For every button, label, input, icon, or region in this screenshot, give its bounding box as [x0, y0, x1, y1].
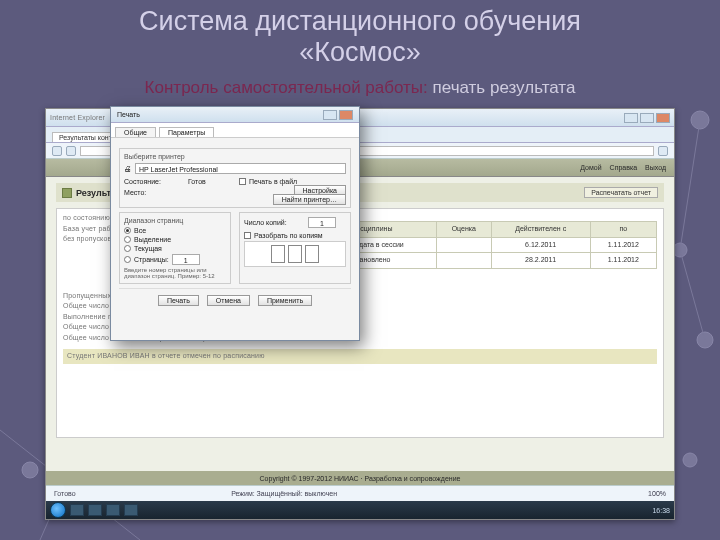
dialog-help-button[interactable] [323, 110, 337, 120]
subtitle-trail: печать результата [433, 78, 576, 97]
svg-point-2 [22, 462, 38, 478]
page-range-group: Диапазон страниц Все Выделение Текущая С… [119, 212, 231, 284]
taskbar-icon[interactable] [88, 504, 102, 516]
printer-icon: 🖨 [124, 165, 131, 172]
taskbar-icon[interactable] [124, 504, 138, 516]
status-security: Режим: Защищённый: выключен [231, 490, 337, 497]
slide-title-line1: Система дистанционного обучения [139, 6, 581, 36]
svg-point-6 [697, 332, 713, 348]
minimize-button[interactable] [624, 113, 638, 123]
svg-line-9 [680, 250, 705, 340]
slide-subtitle: Контроль самостоятельной работы: печать … [0, 78, 720, 98]
window-title: Internet Explorer [50, 114, 105, 121]
tab-options[interactable]: Параметры [159, 127, 214, 137]
status-left: Готово [54, 490, 76, 497]
system-tray[interactable]: 16:38 [652, 507, 670, 514]
printer-group-title: Выберите принтер [124, 153, 346, 160]
subtitle-lead: Контроль самостоятельной работы [145, 78, 423, 97]
svg-point-5 [673, 243, 687, 257]
subtitle-sep: : [423, 78, 432, 97]
highlight-note: Студент ИВАНОВ ИВАН в отчете отмечен по … [63, 349, 657, 364]
print-dialog-footer: Печать Отмена Применить [119, 288, 351, 312]
print-dialog-titlebar[interactable]: Печать [111, 107, 359, 123]
print-report-button[interactable]: Распечатать отчет [584, 187, 658, 198]
copies-group: Число копий:1 Разобрать по копиям [239, 212, 351, 284]
svg-line-8 [680, 120, 700, 250]
taskbar-icon[interactable] [106, 504, 120, 516]
windows-taskbar: 16:38 [46, 501, 674, 519]
page-icon [62, 188, 72, 198]
svg-point-4 [691, 111, 709, 129]
range-hint: Введите номер страницы или диапазон стра… [124, 267, 226, 279]
print-to-file-checkbox[interactable] [239, 178, 246, 185]
range-pages-input[interactable]: 1 [172, 254, 200, 265]
print-dialog-body: Выберите принтер 🖨 HP LaserJet Professio… [111, 138, 359, 318]
toolbar-exit[interactable]: Выход [645, 164, 666, 171]
range-current-radio[interactable] [124, 245, 131, 252]
printer-state: Готов [188, 178, 206, 185]
back-button[interactable] [52, 146, 62, 156]
printer-select[interactable]: HP LaserJet Professional [135, 163, 346, 174]
maximize-button[interactable] [640, 113, 654, 123]
taskbar-icon[interactable] [70, 504, 84, 516]
print-ok-button[interactable]: Печать [158, 295, 199, 306]
refresh-button[interactable] [658, 146, 668, 156]
toolbar-help[interactable]: Справка [610, 164, 637, 171]
close-button[interactable] [656, 113, 670, 123]
print-cancel-button[interactable]: Отмена [207, 295, 250, 306]
print-dialog-title: Печать [117, 111, 140, 118]
th-from: Действителен с [491, 222, 590, 238]
toolbar-home[interactable]: Домой [580, 164, 601, 171]
range-selection-radio[interactable] [124, 236, 131, 243]
printer-group: Выберите принтер 🖨 HP LaserJet Professio… [119, 148, 351, 208]
start-button[interactable] [50, 502, 66, 518]
zoom-level[interactable]: 100% [648, 490, 666, 497]
svg-point-7 [683, 453, 697, 467]
find-printer-button[interactable]: Найти принтер… [273, 194, 346, 205]
forward-button[interactable] [66, 146, 76, 156]
range-pages-radio[interactable] [124, 256, 131, 263]
copies-input[interactable]: 1 [308, 217, 336, 228]
site-copyright: Copyright © 1997-2012 НИИАС · Разработка… [46, 471, 674, 485]
browser-statusbar: Готово Режим: Защищённый: выключен 100% [46, 485, 674, 501]
slide-title-line2: «Космос» [299, 37, 420, 67]
print-dialog[interactable]: Печать Общие Параметры Выберите принтер … [110, 106, 360, 341]
print-dialog-tabs: Общие Параметры [111, 123, 359, 138]
tray-clock: 16:38 [652, 507, 670, 514]
print-apply-button[interactable]: Применить [258, 295, 312, 306]
tab-general[interactable]: Общие [115, 127, 156, 137]
th-to: по [590, 222, 656, 238]
collate-preview [244, 241, 346, 267]
slide-title: Система дистанционного обучения «Космос» [0, 6, 720, 68]
dialog-close-button[interactable] [339, 110, 353, 120]
th-grade: Оценка [436, 222, 491, 238]
range-all-radio[interactable] [124, 227, 131, 234]
collate-checkbox[interactable] [244, 232, 251, 239]
